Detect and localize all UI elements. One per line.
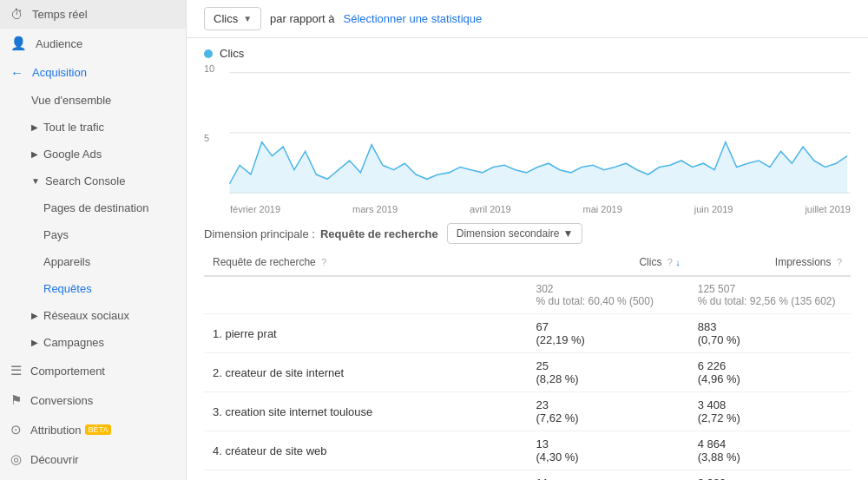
table-total-row: 302 % du total: 60,40 % (500) 125 507 % … [204,276,851,314]
dimension-value: Requête de recherche [320,227,438,240]
legend-label: Clics [220,47,244,60]
sidebar-item-reseaux-sociaux[interactable]: ▶ Réseaux sociaux [0,302,186,329]
flag-icon: ⚑ [10,392,22,408]
row-num: 2. [213,366,222,379]
chart-legend: Clics [204,47,851,60]
main-content: Clics ▼ par rapport à Sélectionner une s… [187,0,868,480]
table-row: 5. créateur de site internet 11 (3,64 %)… [204,470,851,481]
metric-dropdown[interactable]: Clics ▼ [204,7,261,30]
behavior-icon: ☰ [10,363,22,378]
y-mid-label: 5 [204,133,209,143]
query-text: creation site internet toulouse [225,405,372,418]
sidebar-item-pages-destination[interactable]: Pages de destination [0,194,186,221]
row-num: 3. [213,405,222,418]
x-label-0: février 2019 [230,204,280,214]
dropdown-caret-icon: ▼ [243,14,252,23]
sidebar-item-temps-reel[interactable]: ⏱ Temps réel [0,0,186,29]
beta-badge: BÉTA [85,424,112,435]
total-impressions-pct: % du total: 92,56 % (135 602) [698,295,842,307]
chart-svg [204,63,851,202]
chart-area: Clics 10 5 février 2019 mars 2019 avril … [187,38,868,214]
x-label-5: juillet 2019 [805,204,851,214]
sidebar-item-audience[interactable]: 👤 Audience [0,29,186,58]
sidebar-item-google-ads[interactable]: ▶ Google Ads [0,141,186,168]
sidebar: ⏱ Temps réel 👤 Audience ← Acquisition Vu… [0,0,187,480]
total-clics: 302 [536,283,681,295]
table-wrapper: Requête de recherche ? Clics ? ↓ Impress… [187,249,868,480]
help-icon[interactable]: ? [321,257,326,267]
top-toolbar: Clics ▼ par rapport à Sélectionner une s… [187,0,868,38]
col-requete[interactable]: Requête de recherche ? [204,249,528,276]
discover-icon: ◎ [10,451,22,467]
dropdown-caret-icon: ▼ [562,227,573,240]
x-label-4: juin 2019 [694,204,733,214]
chevron-down-icon: ▼ [31,176,40,186]
dimension-secondary-button[interactable]: Dimension secondaire ▼ [447,223,583,244]
sidebar-item-comportement[interactable]: ☰ Comportement [0,356,186,385]
sidebar-item-acquisition[interactable]: ← Acquisition [0,58,186,87]
sidebar-item-tout-trafic[interactable]: ▶ Tout le trafic [0,114,186,141]
table-row: 2. createur de site internet 25 (8,28 %)… [204,353,851,392]
sidebar-item-campagnes[interactable]: ▶ Campagnes [0,329,186,356]
table-row: 1. pierre prat 67 (22,19 %) 883 (0,70 %) [204,314,851,353]
sidebar-item-appareils[interactable]: Appareils [0,248,186,275]
sidebar-item-attribution[interactable]: ⊙ Attribution BÉTA [0,415,186,444]
clock-icon: ⏱ [10,7,23,22]
query-text: createur de site internet [225,366,344,379]
impressions-pct: (0,70 %) [698,333,842,346]
help-icon[interactable]: ? [837,257,842,267]
arrow-icon: ← [10,65,23,80]
clics-val: 67 [536,320,681,333]
person-icon: 👤 [10,36,27,51]
query-text: pierre prat [225,327,276,340]
sidebar-item-administration[interactable]: ⚙ Administration [0,474,186,480]
attribution-icon: ⊙ [10,422,22,437]
help-icon[interactable]: ? [667,257,673,267]
x-axis: février 2019 mars 2019 avril 2019 mai 20… [204,202,851,214]
sidebar-item-decouvrir[interactable]: ◎ Découvrir [0,444,186,474]
clics-pct: (22,19 %) [536,333,681,346]
sidebar-item-conversions[interactable]: ⚑ Conversions [0,385,186,415]
table-row: 4. créateur de site web 13 (4,30 %) 4 86… [204,431,851,470]
row-num: 4. [213,444,222,457]
select-stat-link[interactable]: Sélectionner une statistique [344,12,483,25]
x-label-3: mai 2019 [583,204,622,214]
table-header-row: Requête de recherche ? Clics ? ↓ Impress… [204,249,851,276]
impressions-val: 883 [698,320,842,333]
chevron-right-icon: ▶ [31,149,38,159]
total-clics-pct: % du total: 60,40 % (500) [536,295,681,307]
sort-arrow-icon: ↓ [675,257,681,267]
dimension-label: Dimension principale : [204,227,315,240]
sidebar-item-search-console[interactable]: ▼ Search Console [0,168,186,194]
chart-container: 10 5 [204,63,851,202]
x-label-2: avril 2019 [470,204,511,214]
sidebar-item-vue-ensemble[interactable]: Vue d'ensemble [0,87,186,114]
total-impressions: 125 507 [698,283,842,295]
dimension-section: Dimension principale : Requête de recher… [187,214,868,249]
table-row: 3. creation site internet toulouse 23 (7… [204,392,851,431]
par-rapport-label: par rapport à [270,12,334,25]
dimension-secondary-label: Dimension secondaire [457,227,560,240]
sidebar-item-pays[interactable]: Pays [0,221,186,248]
legend-dot [204,49,213,58]
row-num: 1. [213,327,222,340]
col-clics[interactable]: Clics ? ↓ [528,249,689,276]
chevron-right-icon: ▶ [31,338,38,347]
chevron-right-icon: ▶ [31,122,38,132]
query-text: créateur de site web [225,444,326,457]
metric-label: Clics [214,12,238,25]
y-max-label: 10 [204,63,214,74]
data-table: Requête de recherche ? Clics ? ↓ Impress… [204,249,851,480]
col-impressions[interactable]: Impressions ? [689,249,851,276]
x-label-1: mars 2019 [352,204,398,214]
chevron-right-icon: ▶ [31,311,38,320]
total-label [204,276,528,314]
sidebar-item-requetes[interactable]: Requêtes [0,275,186,302]
